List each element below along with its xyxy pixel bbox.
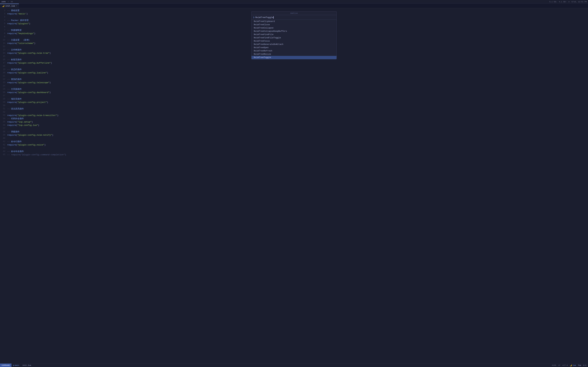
editor-line: 21 bbox=[0, 74, 588, 78]
completion-item[interactable]: NvimTreeFocus bbox=[251, 40, 337, 43]
line-text: require("plugin-config.nvim-treesitter") bbox=[7, 114, 58, 117]
editor-line: 19-- 状态栏插件 bbox=[0, 68, 588, 71]
editor-line: 24 bbox=[0, 84, 588, 87]
line-text: -- 主题设置 （新增） bbox=[7, 39, 31, 42]
line-number: 37 bbox=[1, 127, 5, 130]
line-number: 9 bbox=[1, 35, 5, 38]
line-text: -- 命令补全插件 bbox=[7, 150, 24, 153]
line-number: 20 bbox=[1, 72, 5, 74]
line-text: require('basic') bbox=[7, 13, 28, 15]
line-number: 41 bbox=[1, 140, 5, 143]
top-bar-right: 5.1 kB↓ 4.1 kB↑ ⊙ 6/19, 12:51 PM bbox=[549, 1, 587, 3]
editor-content[interactable]: 1-- 基础设置2require('basic')34-- Packer 插件管… bbox=[0, 8, 588, 363]
line-text: require("lsp.setup") bbox=[7, 121, 33, 123]
line-number: 2 bbox=[1, 13, 5, 15]
charging-percent: 3% bbox=[11, 1, 13, 3]
line-number: 24 bbox=[1, 85, 5, 87]
line-number: 22 bbox=[1, 78, 5, 80]
line-number: 36 bbox=[1, 124, 5, 126]
upload-stat: 4.1 kB↑ bbox=[559, 1, 567, 3]
editor-line: 44-- 命令补全插件 bbox=[0, 150, 588, 153]
line-text: require("plugin-config.dashboard") bbox=[7, 91, 51, 94]
completion-item[interactable]: NvimTreeResize bbox=[251, 53, 337, 56]
tab-init-lua[interactable]: 🌙 init.lua × bbox=[0, 4, 19, 8]
line-number: 43 bbox=[1, 147, 5, 149]
editor-line: 31-- 语法高亮插件 bbox=[0, 107, 588, 110]
line-number: 44 bbox=[1, 150, 5, 152]
completion-item[interactable]: NvimTreeFindFile bbox=[251, 33, 337, 36]
cmdline-cursor bbox=[273, 16, 274, 19]
completion-item[interactable]: NvimTreeCollapse bbox=[251, 26, 337, 30]
line-number: 28 bbox=[1, 98, 5, 100]
editor-line: 36require("lsp.config.lua") bbox=[0, 124, 588, 127]
line-number: 19 bbox=[1, 68, 5, 71]
cmdline-input-text: NvimTreeToggle bbox=[255, 16, 273, 19]
line-text: -- 查找栏插件 bbox=[7, 78, 22, 81]
line-number: 15 bbox=[1, 55, 5, 58]
editor-line: 33require("plugin-config.nvim-treesitter… bbox=[0, 114, 588, 117]
cmdline-input-box[interactable]: ❯ NvimTreeToggle bbox=[251, 15, 337, 20]
bottom-status-bar: COMMAND ψ main init.lua 810b LF utf-8 🌙 … bbox=[0, 363, 588, 367]
top-status-bar: 100% ⚡ 3% 5.1 kB↓ 4.1 kB↑ ⊙ 6/19, 12:51 … bbox=[0, 0, 588, 4]
completion-item[interactable]: NvimTreeOpen bbox=[251, 46, 337, 49]
top-bar-left: 100% ⚡ 3% bbox=[1, 1, 13, 3]
line-number: 1 bbox=[1, 9, 5, 12]
line-col-display: 1:1 bbox=[583, 364, 586, 366]
line-text: -- 语法高亮插件 bbox=[7, 107, 24, 110]
completion-item[interactable]: NvimTreeClose bbox=[251, 23, 337, 26]
editor-line: 38-- 弹窗插件 bbox=[0, 130, 588, 133]
line-number: 3 bbox=[1, 16, 5, 18]
completion-item[interactable]: NvimTreeClipboard bbox=[251, 20, 337, 23]
editor-line: 26require("plugin-config.dashboard") bbox=[0, 91, 588, 94]
completion-item[interactable]: NvimTreeToggle bbox=[251, 56, 337, 59]
editor-line: 28-- 项目页插件 bbox=[0, 97, 588, 100]
mode-badge: COMMAND bbox=[0, 364, 11, 367]
completion-item[interactable]: NvimTreeGenerateOnAttach bbox=[251, 43, 337, 46]
line-number: 25 bbox=[1, 88, 5, 90]
editor-line: 35require("lsp.setup") bbox=[0, 120, 588, 124]
line-text: -- 状态栏插件 bbox=[7, 68, 22, 71]
lang-badge: 🌙 lua bbox=[570, 364, 576, 366]
line-number: 45 bbox=[1, 153, 5, 156]
datetime-display: 6/19, 12:51 PM bbox=[571, 1, 587, 3]
line-number: 5 bbox=[1, 22, 5, 25]
editor-line: 23require("plugin-config.telescope") bbox=[0, 81, 588, 84]
lang-icon: 🌙 bbox=[570, 364, 572, 366]
editor-line: 40 bbox=[0, 137, 588, 140]
line-text: -- 项目页插件 bbox=[7, 98, 22, 100]
line-text: require("plugin-config.telescope") bbox=[7, 81, 51, 84]
clock-icon: ⊙ bbox=[569, 1, 570, 3]
line-number: 12 bbox=[1, 45, 5, 48]
line-number: 39 bbox=[1, 134, 5, 136]
charset-display: utf-8 bbox=[562, 364, 568, 366]
line-number: 38 bbox=[1, 131, 5, 133]
cmdline-overlay: Cmdline ❯ NvimTreeToggle NvimTreeClipboa… bbox=[251, 11, 337, 59]
editor-line: 39require("plugin-config.nvim-notify") bbox=[0, 133, 588, 137]
tab-icon: 🌙 bbox=[2, 5, 4, 7]
scroll-position: Top bbox=[578, 364, 581, 366]
bottom-left: COMMAND ψ main init.lua bbox=[0, 364, 33, 367]
editor-container: 1-- 基础设置2require('basic')34-- Packer 插件管… bbox=[0, 8, 588, 363]
line-text: -- 主页面插件 bbox=[7, 88, 22, 91]
line-number: 30 bbox=[1, 104, 5, 107]
line-number: 13 bbox=[1, 49, 5, 51]
line-text: -- 弹窗插件 bbox=[7, 130, 19, 133]
line-text: require("plugin-config.lualine") bbox=[7, 72, 48, 74]
line-text: require("colorscheme") bbox=[7, 42, 35, 45]
line-number: 6 bbox=[1, 26, 5, 28]
line-number: 11 bbox=[1, 42, 5, 44]
line-text: -- 基础设置 bbox=[7, 9, 19, 12]
line-text: require("plugin-config.project") bbox=[7, 101, 48, 104]
completion-item[interactable]: NvimTreeCollapseKeepBuffers bbox=[251, 30, 337, 33]
completion-item[interactable]: NvimTreeRefresh bbox=[251, 49, 337, 53]
line-number: 29 bbox=[1, 101, 5, 103]
tab-close-button[interactable]: × bbox=[16, 5, 17, 7]
line-number: 31 bbox=[1, 108, 5, 110]
editor-line: 20require("plugin-config.lualine") bbox=[0, 71, 588, 74]
line-number: 27 bbox=[1, 94, 5, 97]
completion-item[interactable]: NvimTreeFindFileToggle bbox=[251, 36, 337, 40]
line-number: 17 bbox=[1, 62, 5, 64]
tab-filename: init.lua bbox=[5, 5, 15, 7]
editor-line: 25-- 主页面插件 bbox=[0, 87, 588, 91]
editor-line: 37 bbox=[0, 127, 588, 130]
